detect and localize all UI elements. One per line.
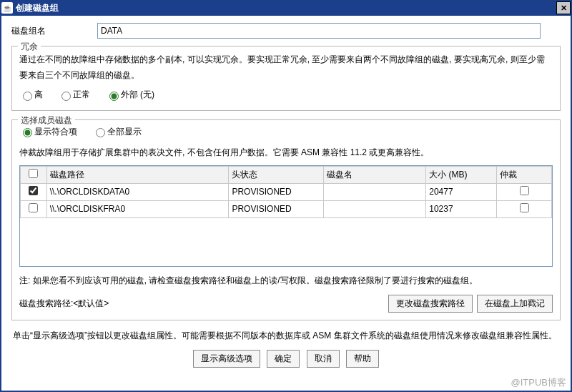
cell-name	[323, 183, 425, 200]
discovery-path-label: 磁盘搜索路径:<默认值>	[19, 298, 109, 310]
cell-path: \\.\ORCLDISKDATA0	[46, 183, 229, 200]
row-quorum-checkbox[interactable]	[520, 203, 529, 212]
col-header[interactable]: 头状态	[229, 166, 323, 183]
redundancy-external[interactable]: 外部 (无)	[106, 89, 154, 101]
table-row[interactable]: \\.\ORCLDISKFRA0 PROVISIONED 10237	[21, 200, 552, 217]
window-title: 创建磁盘组	[16, 2, 556, 14]
change-discovery-path-button[interactable]: 更改磁盘搜索路径	[388, 295, 473, 313]
table-row[interactable]: \\.\ORCLDISKDATA0 PROVISIONED 20477	[21, 183, 552, 200]
table-header-row: 磁盘路径 头状态 磁盘名 大小 (MB) 仲裁	[21, 166, 552, 183]
ok-button[interactable]: 确定	[267, 350, 300, 368]
stamp-disks-button[interactable]: 在磁盘上加戳记	[477, 295, 553, 313]
row-quorum-checkbox[interactable]	[520, 186, 529, 195]
bottom-note: 单击“显示高级选项”按钮以更改磁盘组属性。可能需要根据不同版本的数据库或 ASM…	[13, 329, 559, 343]
redundancy-normal[interactable]: 正常	[58, 89, 90, 101]
col-path[interactable]: 磁盘路径	[46, 166, 229, 183]
redundancy-high[interactable]: 高	[19, 89, 43, 101]
row-checkbox[interactable]	[29, 186, 38, 195]
java-icon: ☕	[1, 2, 13, 14]
show-all-label: 全部显示	[107, 126, 142, 138]
row-checkbox[interactable]	[29, 203, 38, 212]
cell-header: PROVISIONED	[229, 200, 323, 217]
close-button[interactable]: ✕	[556, 1, 571, 14]
redundancy-high-label: 高	[34, 89, 43, 101]
watermark: @ITPUB博客	[511, 376, 566, 389]
disk-table: 磁盘路径 头状态 磁盘名 大小 (MB) 仲裁 \\.\ORCLDISKDATA…	[19, 165, 553, 267]
titlebar: ☕ 创建磁盘组 ✕	[0, 0, 572, 16]
select-all-checkbox[interactable]	[29, 169, 38, 178]
col-quorum[interactable]: 仲裁	[497, 166, 552, 183]
cell-size: 10237	[426, 200, 497, 217]
members-note: 注: 如果您看不到应该可用的磁盘, 请检查磁盘搜索路径和磁盘上的读/写权限。磁盘…	[19, 274, 553, 288]
members-legend: 选择成员磁盘	[18, 114, 75, 127]
show-eligible-label: 显示符合项	[34, 126, 77, 138]
cell-name	[323, 200, 425, 217]
show-all[interactable]: 全部显示	[92, 126, 142, 138]
advanced-options-button[interactable]: 显示高级选项	[193, 350, 260, 368]
cancel-button[interactable]: 取消	[307, 350, 340, 368]
cell-path: \\.\ORCLDISKFRA0	[46, 200, 229, 217]
redundancy-desc: 通过在不同的故障组中存储数据的多个副本, 可以实现冗余。要实现正常冗余, 至少需…	[19, 52, 553, 83]
disk-group-name-label: 磁盘组名	[11, 25, 97, 37]
redundancy-fieldset: 冗余 通过在不同的故障组中存储数据的多个副本, 可以实现冗余。要实现正常冗余, …	[11, 46, 561, 111]
cell-size: 20477	[426, 183, 497, 200]
col-name[interactable]: 磁盘名	[323, 166, 425, 183]
redundancy-legend: 冗余	[18, 41, 41, 53]
quorum-desc: 仲裁故障组用于存储扩展集群中的表决文件, 不包含任何用户数据。它需要 ASM 兼…	[19, 145, 553, 161]
disk-group-name-input[interactable]	[97, 23, 541, 39]
col-size[interactable]: 大小 (MB)	[426, 166, 497, 183]
cell-header: PROVISIONED	[229, 183, 323, 200]
show-eligible[interactable]: 显示符合项	[19, 126, 77, 138]
members-fieldset: 选择成员磁盘 显示符合项 全部显示 仲裁故障组用于存储扩展集群中的表决文件, 不…	[11, 119, 561, 320]
redundancy-normal-label: 正常	[73, 89, 90, 101]
help-button[interactable]: 帮助	[346, 350, 379, 368]
redundancy-external-label: 外部 (无)	[121, 89, 154, 101]
